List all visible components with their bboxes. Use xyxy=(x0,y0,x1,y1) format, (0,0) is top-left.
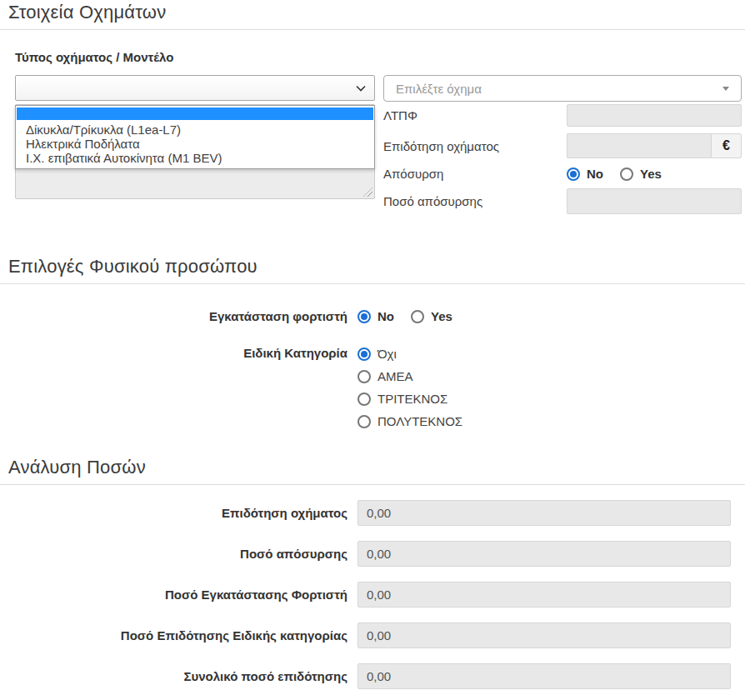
vehicle-model-placeholder: Επιλέξτε όχημα xyxy=(396,82,722,96)
vehicle-subsidy-input-group: € xyxy=(567,133,742,158)
category-radio-polyteknos[interactable]: ΠΟΛΥΤΕΚΝΟΣ xyxy=(358,413,731,429)
radio-label: Yes xyxy=(431,309,452,323)
resize-handle-icon[interactable] xyxy=(363,188,372,197)
chevron-down-icon xyxy=(356,85,366,92)
vehicle-subsidy-row: Επιδότηση οχήματος € xyxy=(383,133,742,158)
vehicle-columns: Δίκυκλα/Τρίκυκλα (L1ea-L7) Ηλεκτρικά Ποδ… xyxy=(0,75,745,221)
radio-unselected-icon xyxy=(620,168,633,181)
radio-unselected-icon xyxy=(358,415,371,428)
select-option-cars[interactable]: Ι.Χ. επιβατικά Αυτοκίνητα (M1 BEV) xyxy=(16,151,374,165)
radio-unselected-icon xyxy=(358,392,371,406)
select-option-bikes[interactable]: Δίκυκλα/Τρίκυκλα (L1ea-L7) xyxy=(16,122,374,137)
withdrawal-label: Απόσυρση xyxy=(383,167,567,181)
radio-unselected-icon xyxy=(358,370,371,383)
vehicle-subsidy-input xyxy=(567,133,711,158)
category-radio-none[interactable]: Όχι xyxy=(358,346,731,362)
withdrawal-radio-no[interactable]: No xyxy=(567,167,603,181)
euro-suffix: € xyxy=(711,133,742,158)
withdrawal-row: Απόσυρση No Yes xyxy=(383,167,742,181)
vehicle-subsidy-form: Στοιχεία Οχημάτων Τύπος οχήματος / Μοντέ… xyxy=(0,0,745,700)
category-radio-amea[interactable]: ΑΜΕΑ xyxy=(358,368,731,384)
amount-label: Επιδότηση οχήματος xyxy=(0,506,348,520)
amount-row-vehicle-subsidy: Επιδότηση οχήματος xyxy=(0,500,745,526)
withdrawal-radio-yes[interactable]: Yes xyxy=(620,167,662,181)
amount-row-special-category: Ποσό Επιδότησης Ειδικής κατηγορίας xyxy=(0,622,745,648)
withdrawal-amount-label: Ποσό απόσυρσης xyxy=(383,194,567,208)
ltpf-input xyxy=(567,104,742,127)
vehicle-subsidy-label: Επιδότηση οχήματος xyxy=(383,139,567,153)
section-title-person: Επιλογές Φυσικού προσώπου xyxy=(0,254,745,284)
ltpf-row: ΛΤΠΦ xyxy=(383,104,742,127)
radio-selected-icon xyxy=(358,348,371,361)
amount-input-special-category xyxy=(358,622,731,648)
radio-selected-icon xyxy=(567,168,580,181)
radio-label: Όχι xyxy=(378,347,397,361)
vehicle-type-label: Τύπος οχήματος / Μοντέλο xyxy=(15,50,745,64)
category-radio-triteknos[interactable]: ΤΡΙΤΕΚΝΟΣ xyxy=(358,391,731,407)
amount-row-charger: Ποσό Εγκατάστασης Φορτιστή xyxy=(0,582,745,608)
withdrawal-amount-input xyxy=(567,188,742,214)
section-title-vehicles: Στοιχεία Οχημάτων xyxy=(0,0,745,30)
radio-label: No xyxy=(587,167,603,181)
amount-label: Ποσό Εγκατάστασης Φορτιστή xyxy=(0,588,348,602)
radio-label: No xyxy=(378,309,394,323)
amount-row-withdrawal: Ποσό απόσυρσης xyxy=(0,541,745,567)
radio-selected-icon xyxy=(358,310,371,323)
radio-label: ΑΜΕΑ xyxy=(378,369,413,383)
vehicle-model-select[interactable]: Επιλέξτε όχημα xyxy=(383,75,742,102)
withdrawal-radio-group: No Yes xyxy=(567,167,742,181)
charger-row: Εγκατάσταση φορτιστή No Yes xyxy=(0,309,745,323)
amount-label: Συνολικό ποσό επιδότησης xyxy=(0,669,348,683)
special-category-row: Ειδική Κατηγορία Όχι ΑΜΕΑ ΤΡΙΤΕΚΝΟΣ ΠΟΛΥ… xyxy=(0,346,745,429)
amount-input-charger xyxy=(358,582,731,608)
arrow-down-icon xyxy=(722,87,729,91)
amount-label: Ποσό απόσυρσης xyxy=(0,547,348,561)
amount-label: Ποσό Επιδότησης Ειδικής κατηγορίας xyxy=(0,628,348,642)
radio-label: ΠΟΛΥΤΕΚΝΟΣ xyxy=(378,414,462,428)
special-category-radio-group: Όχι ΑΜΕΑ ΤΡΙΤΕΚΝΟΣ ΠΟΛΥΤΕΚΝΟΣ xyxy=(358,346,745,429)
radio-label: ΤΡΙΤΕΚΝΟΣ xyxy=(378,392,448,406)
amount-input-total xyxy=(358,663,731,689)
vehicle-type-dropdown-list: Δίκυκλα/Τρίκυκλα (L1ea-L7) Ηλεκτρικά Ποδ… xyxy=(15,105,375,169)
amount-row-total: Συνολικό ποσό επιδότησης xyxy=(0,663,745,689)
charger-radio-group: No Yes xyxy=(358,309,745,323)
section-title-amounts: Ανάλυση Ποσών xyxy=(0,455,745,485)
withdrawal-amount-row: Ποσό απόσυρσης xyxy=(383,188,742,214)
charger-radio-no[interactable]: No xyxy=(358,309,394,323)
vehicle-details-column: Επιλέξτε όχημα ΛΤΠΦ Επιδότηση οχήματος €… xyxy=(383,75,742,221)
vehicle-type-select[interactable] xyxy=(15,75,375,101)
select-option-blank-highlighted[interactable] xyxy=(17,108,373,120)
charger-radio-yes[interactable]: Yes xyxy=(411,309,452,323)
amount-input-withdrawal xyxy=(358,541,731,567)
vehicle-type-column: Δίκυκλα/Τρίκυκλα (L1ea-L7) Ηλεκτρικά Ποδ… xyxy=(15,75,375,221)
special-category-label: Ειδική Κατηγορία xyxy=(0,346,348,360)
charger-label: Εγκατάσταση φορτιστή xyxy=(0,309,348,323)
ltpf-label: ΛΤΠΦ xyxy=(383,108,567,122)
radio-unselected-icon xyxy=(411,310,424,323)
select-option-ebikes[interactable]: Ηλεκτρικά Ποδήλατα xyxy=(16,137,374,151)
radio-label: Yes xyxy=(640,167,662,181)
amount-input-vehicle-subsidy xyxy=(358,500,731,526)
